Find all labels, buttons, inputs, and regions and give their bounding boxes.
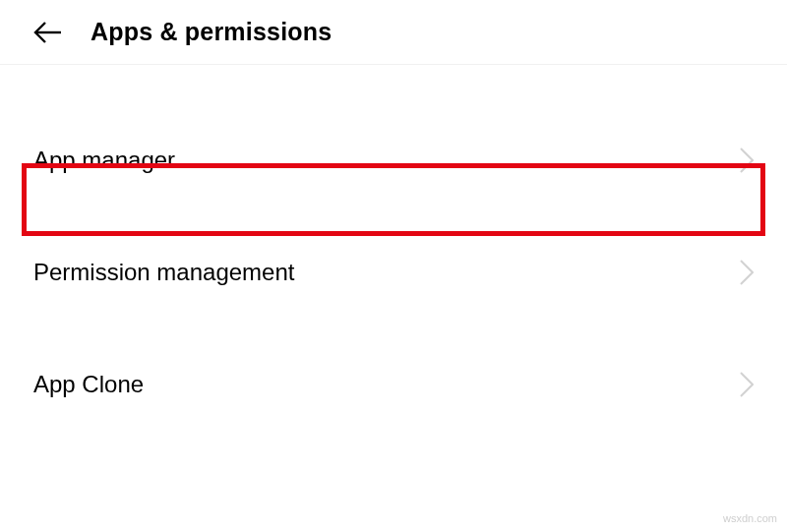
- arrow-left-icon: [33, 21, 63, 44]
- list-item-permission-management[interactable]: Permission management: [0, 236, 787, 309]
- list-item-label: Permission management: [33, 259, 294, 286]
- list-item-app-manager[interactable]: App manager: [0, 124, 787, 197]
- watermark: wsxdn.com: [723, 512, 777, 524]
- chevron-right-icon: [740, 260, 754, 285]
- list-item-app-clone[interactable]: App Clone: [0, 348, 787, 421]
- list-item-label: App manager: [33, 147, 175, 174]
- spacer: [0, 309, 787, 348]
- chevron-right-icon: [740, 148, 754, 173]
- header-bar: Apps & permissions: [0, 0, 787, 65]
- spacer: [0, 197, 787, 236]
- list-item-label: App Clone: [33, 371, 144, 398]
- chevron-right-icon: [740, 372, 754, 397]
- page-title: Apps & permissions: [91, 18, 332, 46]
- back-button[interactable]: [33, 21, 63, 44]
- settings-list: App manager Permission management App Cl…: [0, 65, 787, 421]
